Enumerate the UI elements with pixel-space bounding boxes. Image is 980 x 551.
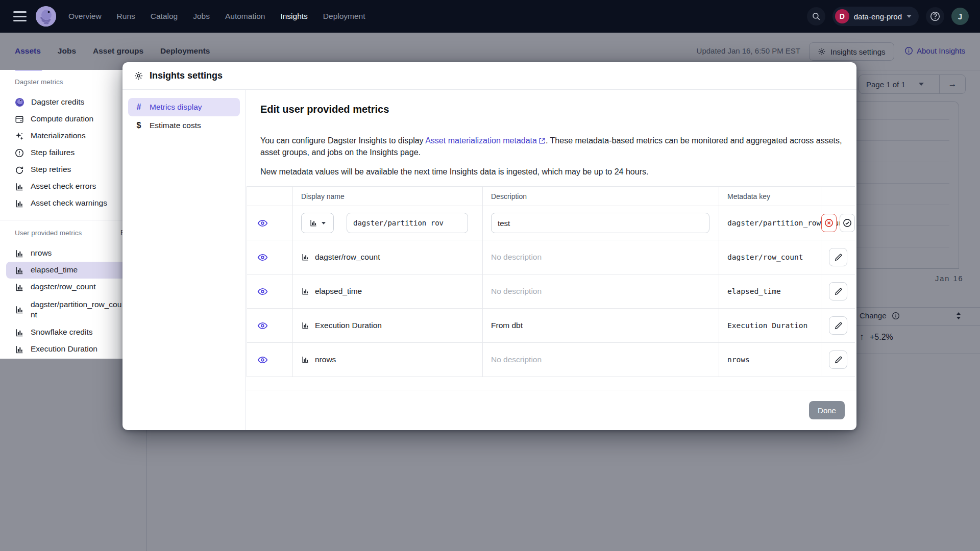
asset-materialization-metadata-link[interactable]: Asset materialization metadata (425, 136, 546, 145)
menu-item-label: Metrics display (150, 103, 202, 112)
table-row-visibility (247, 309, 293, 343)
bar-chart-icon (15, 345, 24, 354)
nav-item-jobs[interactable]: Jobs (193, 12, 210, 21)
window-icon (15, 115, 24, 124)
table-cell-actions (821, 274, 855, 309)
retry-icon (15, 165, 24, 174)
display-name-input[interactable] (347, 213, 468, 233)
gear-icon (134, 71, 143, 81)
eye-icon[interactable] (257, 252, 268, 263)
eye-icon[interactable] (257, 320, 268, 331)
intro-paragraph: You can configure Dagster Insights to di… (260, 135, 844, 158)
dialog-menu: # Metrics display $ Estimate costs (122, 90, 246, 430)
table-cell-metadata-key: elapsed_time (719, 274, 821, 309)
sidebar-item-label: Snowflake credits (31, 327, 124, 337)
table-cell-description: No description (483, 343, 719, 377)
nav-right-cluster: D data-eng-prod J (807, 0, 969, 33)
bar-chart-icon (301, 287, 309, 295)
table-cell-actions (821, 240, 855, 274)
bar-chart-icon (15, 199, 24, 208)
sidebar-item-label: Step retries (31, 164, 124, 174)
user-avatar[interactable]: J (951, 8, 969, 25)
bar-chart-icon (301, 321, 309, 330)
edit-row-button[interactable] (829, 248, 847, 266)
nav-item-overview[interactable]: Overview (68, 12, 102, 21)
nav-item-catalog[interactable]: Catalog (151, 12, 178, 21)
sidebar-item-label: Materializations (31, 131, 124, 141)
edit-row-button[interactable] (829, 282, 847, 300)
nav-item-automation[interactable]: Automation (225, 12, 265, 21)
dollar-icon: $ (135, 121, 143, 130)
nav-item-deployment[interactable]: Deployment (323, 12, 365, 21)
table-cell-actions (821, 206, 855, 240)
deployment-avatar: D (835, 9, 849, 23)
active-tab-underline (15, 70, 42, 70)
edit-row-button[interactable] (829, 316, 847, 335)
table-header-metadata-key: Metadata key (719, 187, 821, 206)
insights-settings-dialog: Insights settings # Metrics display $ Es… (122, 62, 856, 430)
eye-icon[interactable] (257, 355, 268, 365)
bar-chart-icon (15, 305, 24, 314)
sidebar-item-label: nrows (31, 248, 124, 258)
sidebar-section-title: Dagster metrics (15, 78, 141, 86)
display-name-text: nrows (315, 355, 336, 364)
bar-chart-icon (301, 356, 309, 364)
table-cell-description: No description (483, 240, 719, 274)
primary-nav-links: Overview Runs Catalog Jobs Automation In… (68, 12, 365, 21)
description-input[interactable] (491, 213, 709, 233)
done-button[interactable]: Done (809, 401, 845, 419)
chevron-down-icon (322, 222, 326, 224)
table-cell-display-name: dagster/row_count (293, 240, 483, 274)
dialog-content: Edit user provided metrics You can confi… (246, 90, 856, 430)
display-name-text: dagster/row_count (315, 253, 380, 262)
menu-item-label: Estimate costs (150, 121, 201, 130)
table-header-actions (821, 187, 855, 206)
table-cell-actions (821, 309, 855, 343)
table-cell-display-name: elapsed_time (293, 274, 483, 309)
cancel-edit-button[interactable] (821, 214, 837, 232)
edit-row-button[interactable] (829, 350, 847, 369)
sidebar-item-label: Asset check warnings (31, 198, 124, 208)
confirm-edit-button[interactable] (840, 214, 855, 232)
table-cell-description-edit (483, 206, 719, 240)
menu-item-metrics-display[interactable]: # Metrics display (128, 98, 240, 116)
chevron-down-icon (906, 15, 912, 18)
bar-chart-icon (15, 283, 24, 292)
dagster-logo[interactable] (36, 6, 56, 27)
top-navigation: Overview Runs Catalog Jobs Automation In… (0, 0, 980, 33)
external-link-icon (538, 137, 546, 144)
bar-chart-icon (15, 249, 24, 258)
dagster-swirl-icon (15, 97, 24, 107)
table-cell-metadata-key: dagster/row_count (719, 240, 821, 274)
bar-chart-icon (309, 219, 317, 227)
table-cell-display-name: nrows (293, 343, 483, 377)
deployment-switcher[interactable]: D data-eng-prod (832, 7, 919, 26)
nav-item-insights[interactable]: Insights (280, 12, 307, 21)
table-header-display-name: Display name (293, 187, 483, 206)
table-cell-metadata-key: nrows (719, 343, 821, 377)
table-cell-metadata-key: Execution Duration (719, 309, 821, 343)
sidebar-item-label: elapsed_time (31, 265, 124, 275)
eye-icon[interactable] (257, 218, 268, 229)
sidebar-item-label: Dagster credits (31, 97, 124, 107)
table-header-description: Description (483, 187, 719, 206)
table-cell-display-name-edit (293, 206, 483, 240)
eye-icon[interactable] (257, 286, 268, 297)
dialog-title: Insights settings (150, 70, 223, 81)
sidebar-item-label: Asset check errors (31, 181, 124, 191)
table-cell-display-name: Execution Duration (293, 309, 483, 343)
link-text: Asset materialization metadata (425, 136, 537, 145)
hamburger-menu-icon[interactable] (13, 11, 27, 21)
nav-item-runs[interactable]: Runs (117, 12, 135, 21)
question-circle-icon (929, 11, 941, 22)
metric-icon-picker[interactable] (301, 213, 334, 233)
search-button[interactable] (807, 7, 825, 26)
table-cell-description: From dbt (483, 309, 719, 343)
sidebar-item-label: Step failures (31, 147, 124, 158)
dialog-header: Insights settings (122, 62, 856, 90)
menu-item-estimate-costs[interactable]: $ Estimate costs (128, 116, 240, 135)
table-cell-description: No description (483, 274, 719, 309)
search-icon (812, 12, 821, 21)
bar-chart-icon (15, 266, 24, 275)
help-button[interactable] (926, 7, 944, 26)
